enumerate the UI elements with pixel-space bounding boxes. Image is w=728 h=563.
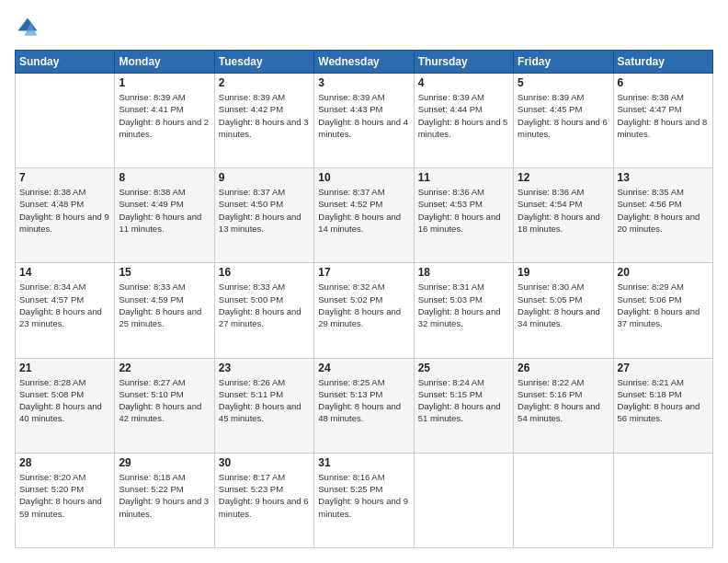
cell-info: Sunrise: 8:30 AMSunset: 5:05 PMDaylight:…	[518, 281, 609, 329]
calendar-cell: 6Sunrise: 8:38 AMSunset: 4:47 PMDaylight…	[613, 74, 712, 168]
day-header-thursday: Thursday	[414, 51, 513, 74]
calendar-cell: 23Sunrise: 8:26 AMSunset: 5:11 PMDayligh…	[214, 358, 313, 453]
day-number: 20	[618, 266, 709, 279]
cell-info: Sunrise: 8:25 AMSunset: 5:13 PMDaylight:…	[318, 376, 409, 425]
cell-info: Sunrise: 8:16 AMSunset: 5:25 PMDaylight:…	[318, 471, 409, 520]
cell-info: Sunrise: 8:26 AMSunset: 5:11 PMDaylight:…	[219, 376, 310, 425]
calendar-cell: 25Sunrise: 8:24 AMSunset: 5:15 PMDayligh…	[414, 358, 513, 453]
day-number: 1	[119, 76, 210, 89]
calendar-cell: 27Sunrise: 8:21 AMSunset: 5:18 PMDayligh…	[613, 358, 712, 453]
day-number: 8	[119, 171, 210, 184]
logo-icon	[15, 15, 40, 40]
day-number: 24	[318, 362, 409, 374]
calendar-cell: 7Sunrise: 8:38 AMSunset: 4:48 PMDaylight…	[16, 168, 115, 263]
calendar-cell: 13Sunrise: 8:35 AMSunset: 4:56 PMDayligh…	[613, 168, 712, 263]
day-number: 21	[19, 362, 110, 374]
cell-info: Sunrise: 8:24 AMSunset: 5:15 PMDaylight:…	[418, 376, 509, 425]
cell-info: Sunrise: 8:37 AMSunset: 4:50 PMDaylight:…	[219, 186, 310, 235]
cell-info: Sunrise: 8:28 AMSunset: 5:08 PMDaylight:…	[19, 376, 110, 425]
day-number: 11	[418, 171, 509, 184]
day-header-sunday: Sunday	[16, 51, 115, 74]
calendar-cell: 3Sunrise: 8:39 AMSunset: 4:43 PMDaylight…	[314, 74, 414, 168]
day-number: 16	[219, 266, 310, 279]
cell-info: Sunrise: 8:36 AMSunset: 4:53 PMDaylight:…	[418, 186, 509, 235]
cell-info: Sunrise: 8:36 AMSunset: 4:54 PMDaylight:…	[518, 186, 609, 235]
cell-info: Sunrise: 8:38 AMSunset: 4:49 PMDaylight:…	[119, 186, 210, 235]
calendar-cell: 20Sunrise: 8:29 AMSunset: 5:06 PMDayligh…	[613, 263, 712, 358]
cell-info: Sunrise: 8:35 AMSunset: 4:56 PMDaylight:…	[618, 186, 709, 235]
day-number: 5	[518, 76, 609, 89]
calendar-cell	[613, 453, 712, 547]
cell-info: Sunrise: 8:33 AMSunset: 4:59 PMDaylight:…	[119, 281, 210, 329]
day-number: 13	[618, 171, 709, 184]
cell-info: Sunrise: 8:37 AMSunset: 4:52 PMDaylight:…	[318, 186, 409, 235]
day-number: 23	[219, 362, 310, 374]
day-number: 9	[219, 171, 310, 184]
calendar-cell: 15Sunrise: 8:33 AMSunset: 4:59 PMDayligh…	[115, 263, 214, 358]
calendar-cell: 26Sunrise: 8:22 AMSunset: 5:16 PMDayligh…	[514, 358, 613, 453]
day-number: 4	[418, 76, 509, 89]
cell-info: Sunrise: 8:20 AMSunset: 5:20 PMDaylight:…	[19, 471, 110, 520]
day-number: 18	[418, 266, 509, 279]
day-header-wednesday: Wednesday	[314, 51, 414, 74]
cell-info: Sunrise: 8:39 AMSunset: 4:44 PMDaylight:…	[418, 91, 509, 140]
calendar-cell: 17Sunrise: 8:32 AMSunset: 5:02 PMDayligh…	[314, 263, 414, 358]
cell-info: Sunrise: 8:38 AMSunset: 4:48 PMDaylight:…	[19, 186, 110, 235]
week-row-4: 21Sunrise: 8:28 AMSunset: 5:08 PMDayligh…	[16, 358, 713, 453]
header	[15, 15, 713, 40]
day-number: 29	[119, 456, 210, 469]
calendar-cell: 9Sunrise: 8:37 AMSunset: 4:50 PMDaylight…	[214, 168, 313, 263]
cell-info: Sunrise: 8:38 AMSunset: 4:47 PMDaylight:…	[618, 91, 709, 140]
calendar-cell: 29Sunrise: 8:18 AMSunset: 5:22 PMDayligh…	[115, 453, 214, 547]
day-number: 14	[19, 266, 110, 279]
calendar-cell: 19Sunrise: 8:30 AMSunset: 5:05 PMDayligh…	[514, 263, 613, 358]
day-number: 31	[318, 456, 409, 469]
cell-info: Sunrise: 8:22 AMSunset: 5:16 PMDaylight:…	[518, 376, 609, 425]
day-number: 26	[518, 362, 609, 374]
day-number: 30	[219, 456, 310, 469]
logo	[15, 15, 44, 40]
day-number: 28	[19, 456, 110, 469]
week-row-3: 14Sunrise: 8:34 AMSunset: 4:57 PMDayligh…	[16, 263, 713, 358]
week-row-5: 28Sunrise: 8:20 AMSunset: 5:20 PMDayligh…	[16, 453, 713, 547]
calendar-cell: 14Sunrise: 8:34 AMSunset: 4:57 PMDayligh…	[16, 263, 115, 358]
svg-marker-0	[18, 18, 38, 31]
calendar-cell: 8Sunrise: 8:38 AMSunset: 4:49 PMDaylight…	[115, 168, 214, 263]
day-number: 10	[318, 171, 409, 184]
day-header-tuesday: Tuesday	[214, 51, 313, 74]
calendar-cell: 2Sunrise: 8:39 AMSunset: 4:42 PMDaylight…	[214, 74, 313, 168]
cell-info: Sunrise: 8:33 AMSunset: 5:00 PMDaylight:…	[219, 281, 310, 329]
calendar-cell: 5Sunrise: 8:39 AMSunset: 4:45 PMDaylight…	[514, 74, 613, 168]
day-header-saturday: Saturday	[613, 51, 712, 74]
day-number: 7	[19, 171, 110, 184]
day-number: 17	[318, 266, 409, 279]
cell-info: Sunrise: 8:39 AMSunset: 4:42 PMDaylight:…	[219, 91, 310, 140]
cell-info: Sunrise: 8:39 AMSunset: 4:41 PMDaylight:…	[119, 91, 210, 140]
day-number: 19	[518, 266, 609, 279]
cell-info: Sunrise: 8:34 AMSunset: 4:57 PMDaylight:…	[19, 281, 110, 329]
page: SundayMondayTuesdayWednesdayThursdayFrid…	[0, 0, 728, 563]
cell-info: Sunrise: 8:29 AMSunset: 5:06 PMDaylight:…	[618, 281, 709, 329]
cell-info: Sunrise: 8:27 AMSunset: 5:10 PMDaylight:…	[119, 376, 210, 425]
calendar-cell: 12Sunrise: 8:36 AMSunset: 4:54 PMDayligh…	[514, 168, 613, 263]
day-number: 2	[219, 76, 310, 89]
cell-info: Sunrise: 8:17 AMSunset: 5:23 PMDaylight:…	[219, 471, 310, 520]
week-row-2: 7Sunrise: 8:38 AMSunset: 4:48 PMDaylight…	[16, 168, 713, 263]
calendar-cell: 24Sunrise: 8:25 AMSunset: 5:13 PMDayligh…	[314, 358, 414, 453]
week-row-1: 1Sunrise: 8:39 AMSunset: 4:41 PMDaylight…	[16, 74, 713, 168]
day-number: 12	[518, 171, 609, 184]
calendar-cell: 11Sunrise: 8:36 AMSunset: 4:53 PMDayligh…	[414, 168, 513, 263]
calendar-cell: 22Sunrise: 8:27 AMSunset: 5:10 PMDayligh…	[115, 358, 214, 453]
day-number: 6	[618, 76, 709, 89]
day-number: 15	[119, 266, 210, 279]
calendar-cell: 16Sunrise: 8:33 AMSunset: 5:00 PMDayligh…	[214, 263, 313, 358]
cell-info: Sunrise: 8:21 AMSunset: 5:18 PMDaylight:…	[618, 376, 709, 425]
day-number: 22	[119, 362, 210, 374]
cell-info: Sunrise: 8:18 AMSunset: 5:22 PMDaylight:…	[119, 471, 210, 520]
calendar-cell: 21Sunrise: 8:28 AMSunset: 5:08 PMDayligh…	[16, 358, 115, 453]
calendar-cell	[414, 453, 513, 547]
day-header-monday: Monday	[115, 51, 214, 74]
cell-info: Sunrise: 8:31 AMSunset: 5:03 PMDaylight:…	[418, 281, 509, 329]
cell-info: Sunrise: 8:39 AMSunset: 4:43 PMDaylight:…	[318, 91, 409, 140]
calendar-table: SundayMondayTuesdayWednesdayThursdayFrid…	[15, 50, 713, 548]
